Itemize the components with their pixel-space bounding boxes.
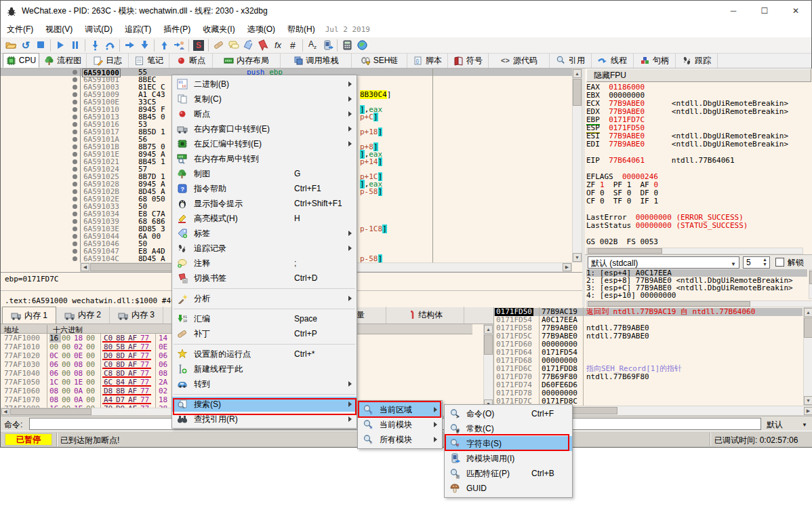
animate-into-icon[interactable] (122, 39, 137, 52)
stack-row[interactable]: 0171FD7077B69F80ntdll.77B69F80 (494, 373, 803, 381)
tab-源代码[interactable]: <>源代码 (489, 53, 550, 68)
unlock-checkbox[interactable] (775, 258, 784, 267)
labels-icon[interactable] (241, 39, 256, 52)
stack-row[interactable]: 0171FD5C77B9ABE0ntdll.77B9ABE0 (494, 332, 803, 340)
menu-item-制图[interactable]: 制图G (172, 166, 357, 181)
menu-4[interactable]: 插件(P) (157, 21, 197, 38)
tab-内存 3[interactable]: 内存 3 (110, 307, 163, 324)
register-line[interactable]: CF 0 TF 0 IF 1 (586, 197, 811, 206)
stack-row[interactable]: 0171FD5077B9AC19返回到 ntdll.77B9AC19 自 ntd… (494, 308, 803, 316)
menu-item-在反汇编中转到(E)[interactable]: 在反汇编中转到(E) (172, 136, 357, 151)
breakpoint-dot-icon[interactable] (73, 227, 77, 231)
breakpoint-dot-icon[interactable] (73, 144, 77, 149)
tab-结构体[interactable]: 结构体 (397, 307, 464, 324)
breakpoint-dot-icon[interactable] (73, 249, 77, 254)
functions-fx-icon[interactable]: fx (270, 39, 285, 52)
tab-引用[interactable]: 引用 (550, 53, 592, 68)
breakpoint-dot-icon[interactable] (73, 92, 77, 97)
arg-row[interactable]: 4: [esp+10] 00000000 (586, 292, 807, 299)
hide-fpu-button[interactable]: 隐藏FPU (586, 69, 811, 82)
tab-断点[interactable]: 断点 (169, 53, 213, 68)
close-button[interactable]: ✕ (780, 1, 811, 21)
menu-item-匹配特征(P)[interactable]: ▦匹配特征(P)Ctrl+B (445, 466, 572, 481)
tab-日志[interactable]: 日志 (87, 53, 129, 68)
menu-item-高亮模式(H)[interactable]: 高亮模式(H)H (172, 211, 357, 226)
menu-item-所有模块[interactable]: ✳所有模块 (358, 432, 442, 447)
breakpoint-dot-icon[interactable] (73, 115, 77, 119)
tab-符号[interactable]: 符号 (448, 53, 489, 68)
stack-vscrollbar[interactable]: ▲ ▼ (803, 307, 812, 406)
menu-item-命令(O)[interactable]: >命令(O)Ctrl+F (445, 406, 572, 421)
breakpoint-dot-icon[interactable] (73, 219, 77, 224)
breakpoint-dot-icon[interactable] (73, 152, 77, 157)
open-folder-icon[interactable] (3, 39, 18, 52)
hash-icon[interactable]: # (285, 39, 300, 52)
stack-panel[interactable]: 0171FD5077B9AC19返回到 ntdll.77B9AC19 自 ntd… (493, 307, 812, 416)
stop-icon[interactable] (33, 39, 48, 52)
tab-SEH链[interactable]: SEH链 (352, 53, 407, 68)
breakpoint-dot-icon[interactable] (73, 159, 77, 164)
menu-item-二进制(B)[interactable]: 0110二进制(B) (172, 77, 357, 92)
register-line[interactable]: GS 002B FS 0053 (586, 238, 811, 246)
breakpoint-dot-icon[interactable] (73, 256, 77, 261)
script-s-icon[interactable]: S (191, 39, 206, 52)
breakpoint-dot-icon[interactable] (73, 174, 77, 179)
menu-item-新建线程于此[interactable]: 新建线程于此 (172, 362, 357, 376)
tab-脚本[interactable]: {}脚本 (407, 53, 448, 68)
a-z-icon[interactable]: Az (305, 39, 320, 52)
menu-item-在内存窗口中转到(E)[interactable]: 在内存窗口中转到(E) (172, 121, 357, 136)
menu-item-在内存布局中转到[interactable]: 在内存布局中转到 (172, 151, 357, 166)
registers-hscrollbar[interactable] (586, 248, 803, 254)
execute-till-return-icon[interactable] (157, 39, 171, 52)
menu-item-GUID[interactable]: GUID (445, 481, 572, 496)
tab-内存布局[interactable]: 内存布局 (213, 53, 281, 68)
args-hscrollbar[interactable] (586, 300, 812, 307)
menu-item-转到[interactable]: 转到 (172, 376, 357, 391)
breakpoint-dot-icon[interactable] (73, 212, 77, 216)
menu-6[interactable]: 选项(O) (241, 21, 281, 38)
menu-1[interactable]: 视图(V) (39, 21, 79, 38)
menu-item-设置新的运行点[interactable]: 设置新的运行点Ctrl+* (172, 347, 357, 362)
menu-item-字符串(S)[interactable]: “字符串(S) (445, 436, 572, 451)
args-vscrollbar[interactable] (809, 269, 812, 299)
register-line[interactable]: EDI 77B9ABE0 <ntdll.DbgUiRemoteBreakin> (586, 140, 811, 149)
tab-跟踪[interactable]: 跟踪 (676, 53, 718, 68)
menu-item-指令帮助[interactable]: ?指令帮助Ctrl+F1 (172, 181, 357, 196)
menu-5[interactable]: 收藏夹(I) (197, 21, 241, 38)
register-line[interactable]: LastStatus 00000000 (STATUS_SUCCESS) (586, 222, 811, 230)
command-profile-select[interactable]: 默认 (767, 419, 783, 431)
args-depth-spinner[interactable]: 5▲▼ (743, 256, 770, 269)
locals-vscrollbar[interactable]: ▲ ▼ (483, 324, 493, 409)
menu-item-补丁[interactable]: 补丁Ctrl+P (172, 326, 357, 341)
breakpoint-dot-icon[interactable] (73, 189, 77, 194)
menu-2[interactable]: 调试(D) (79, 21, 119, 38)
menu-item-跨模块调用(I)[interactable]: 跨模块调用(I) (445, 451, 572, 466)
disasm-vscrollbar[interactable]: ▲ ▼ (572, 69, 582, 262)
breakpoint-dot-icon[interactable] (73, 122, 77, 127)
comments-icon[interactable] (226, 39, 241, 52)
stack-row[interactable]: 0171FD640171FD54 (494, 349, 803, 357)
breakpoint-dot-icon[interactable] (73, 234, 77, 239)
breakpoint-dot-icon[interactable] (73, 204, 77, 209)
globe-icon[interactable] (354, 39, 369, 52)
step-into-icon[interactable] (87, 39, 102, 52)
breakpoint-dot-icon[interactable] (73, 70, 77, 75)
menu-item-追踪记录[interactable]: 追踪记录 (172, 241, 357, 256)
breakpoint-dot-icon[interactable] (73, 167, 77, 172)
menu-item-汇编[interactable]: 0110汇编Space (172, 311, 357, 326)
calling-convention-select[interactable]: 默认 (stdcall)▼ (588, 256, 739, 269)
menu-item-当前模块[interactable]: ✕当前模块 (358, 417, 442, 432)
step-out-icon[interactable] (137, 39, 152, 52)
menu-3[interactable]: 追踪(T) (119, 21, 157, 38)
register-line[interactable]: EIP 77B64061 ntdll.77B64061 (586, 157, 811, 165)
maximize-button[interactable]: ☐ (749, 1, 780, 21)
breakpoint-dot-icon[interactable] (73, 137, 77, 142)
breakpoint-dot-icon[interactable] (73, 100, 77, 104)
menu-item-搜索(S)[interactable]: 搜索(S) (172, 397, 357, 412)
breakpoint-dot-icon[interactable] (73, 241, 77, 246)
breakpoint-dot-icon[interactable] (73, 182, 77, 187)
modules-icon[interactable] (320, 39, 335, 52)
stack-row[interactable]: 0171FD7800000000 (494, 389, 803, 397)
menu-item-断点[interactable]: 断点 (172, 106, 357, 121)
breakpoint-dot-icon[interactable] (73, 85, 77, 90)
